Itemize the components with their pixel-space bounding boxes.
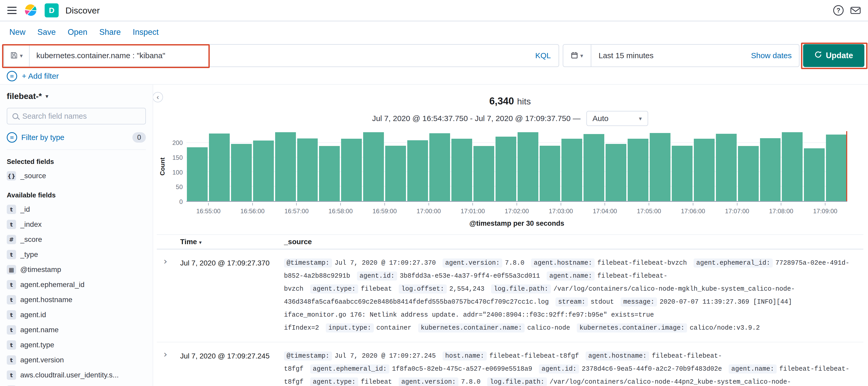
saved-query-button[interactable]: ▾ — [4, 45, 30, 66]
query-language-button[interactable]: KQL — [527, 51, 559, 60]
x-tick-label: 16:59:00 — [363, 203, 407, 215]
histogram-bar[interactable] — [518, 132, 538, 201]
histogram-bar[interactable] — [804, 148, 825, 201]
field-name: agent.ephemeral_id — [20, 280, 85, 289]
query-input[interactable] — [30, 51, 527, 60]
interval-select[interactable]: Auto ▾ — [586, 111, 648, 126]
save-button[interactable]: Save — [37, 28, 56, 37]
histogram-bar[interactable] — [452, 139, 472, 201]
histogram-bar[interactable] — [363, 132, 384, 201]
share-button[interactable]: Share — [99, 28, 121, 37]
y-axis-label: Count — [157, 131, 168, 202]
discover-toolbar: New Save Open Share Inspect — [0, 21, 868, 43]
histogram-bar[interactable] — [209, 133, 230, 201]
histogram-bar[interactable] — [760, 138, 781, 201]
inspect-button[interactable]: Inspect — [133, 28, 159, 37]
source-column-header: _source — [284, 238, 858, 246]
time-range-value[interactable]: Last 15 minutes — [591, 51, 751, 60]
help-icon[interactable]: ? — [833, 5, 844, 16]
histogram-bar[interactable] — [738, 146, 759, 201]
show-dates-link[interactable]: Show dates — [751, 51, 799, 60]
text-field-icon: t — [7, 325, 16, 334]
field-item-agent.version[interactable]: tagent.version — [7, 353, 146, 367]
field-item-aws.cloudtrail.user_identity.s...[interactable]: taws.cloudtrail.user_identity.s... — [7, 367, 146, 383]
histogram-bar[interactable] — [716, 134, 737, 201]
histogram-bar[interactable] — [606, 144, 626, 201]
expand-row-button[interactable]: › — [163, 257, 180, 334]
field-value-pair: kubernetes.container.image:calico/node:v… — [577, 324, 760, 332]
histogram-bar[interactable] — [694, 139, 715, 201]
selected-fields-list: {}_source — [7, 168, 146, 183]
index-pattern-select[interactable]: filebeat-* ▾ — [7, 91, 146, 101]
field-name: @timestamp — [20, 265, 61, 274]
x-tick-label: 17:00:00 — [407, 203, 451, 215]
field-item-agent.ephemeral_id[interactable]: tagent.ephemeral_id — [7, 277, 146, 292]
filter-by-type[interactable]: ≡ Filter by type 0 — [7, 132, 146, 150]
x-tick-label: 17:08:00 — [759, 203, 803, 215]
histogram-bar[interactable] — [253, 141, 274, 201]
time-column-header[interactable]: Time▾ — [180, 238, 284, 246]
histogram-bar[interactable] — [496, 137, 516, 201]
field-chip: agent.type: — [310, 378, 358, 386]
sort-desc-icon: ▾ — [199, 239, 202, 245]
histogram-bar[interactable] — [319, 146, 340, 201]
field-value-pair: kubernetes.container.name:calico-node — [418, 324, 570, 332]
histogram-bar[interactable] — [473, 146, 494, 201]
histogram-bar[interactable] — [385, 146, 406, 201]
results-panel: ‹ 6,340hits Jul 7, 2020 @ 16:54:37.750 -… — [153, 85, 868, 386]
field-item-_score[interactable]: #_score — [7, 232, 146, 247]
space-avatar[interactable]: D — [44, 3, 59, 18]
field-chip: message: — [621, 297, 657, 306]
date-field-icon: ▦ — [7, 265, 16, 274]
field-chip: agent.hostname: — [531, 259, 595, 268]
histogram-bar[interactable] — [407, 140, 428, 201]
expand-row-button[interactable]: › — [163, 350, 180, 386]
histogram-bar[interactable] — [782, 132, 803, 201]
field-chip: @timestamp: — [284, 259, 332, 268]
histogram-bar[interactable] — [231, 144, 252, 201]
new-button[interactable]: New — [9, 28, 25, 37]
chevron-down-icon: ▾ — [45, 93, 48, 99]
histogram-bar[interactable] — [187, 147, 208, 201]
calendar-button[interactable]: ▾ — [563, 45, 591, 66]
source-field-icon: {} — [7, 171, 16, 181]
open-button[interactable]: Open — [68, 28, 88, 37]
field-item-agent.id[interactable]: tagent.id — [7, 307, 146, 322]
histogram-bar[interactable] — [540, 146, 560, 201]
add-filter-link[interactable]: + Add filter — [22, 72, 59, 81]
histogram-bar[interactable] — [672, 146, 692, 201]
field-item-_id[interactable]: t_id — [7, 202, 146, 217]
update-button[interactable]: Update — [803, 44, 864, 67]
histogram-bar[interactable] — [584, 134, 604, 201]
field-search-input[interactable] — [22, 112, 140, 121]
field-item-@timestamp[interactable]: ▦@timestamp — [7, 262, 146, 277]
field-item-_type[interactable]: t_type — [7, 247, 146, 262]
histogram-bar[interactable] — [429, 133, 450, 201]
histogram-bar[interactable] — [275, 132, 296, 201]
histogram-bar[interactable] — [341, 139, 362, 201]
histogram-bar[interactable] — [826, 135, 847, 201]
field-value-pair: agent.version:7.8.0 — [442, 259, 524, 267]
field-item-_index[interactable]: t_index — [7, 217, 146, 232]
newsfeed-icon[interactable] — [850, 6, 861, 14]
plot-area — [186, 131, 847, 202]
field-chip: log.file.path: — [487, 378, 547, 386]
histogram-bar[interactable] — [650, 133, 671, 201]
field-chip: agent.hostname: — [586, 352, 649, 360]
filter-icon[interactable]: ≡ — [7, 71, 17, 81]
current-time-marker — [846, 131, 847, 201]
field-search — [7, 108, 146, 124]
field-item-agent.type[interactable]: tagent.type — [7, 337, 146, 353]
histogram-bar[interactable] — [561, 139, 582, 201]
histogram-bar[interactable] — [297, 139, 318, 201]
field-item-agent.hostname[interactable]: tagent.hostname — [7, 292, 146, 307]
field-item-_source[interactable]: {}_source — [7, 168, 146, 183]
hits-count: 6,340 — [489, 96, 514, 107]
histogram-bar[interactable] — [628, 139, 648, 201]
x-tick-label: 17:03:00 — [539, 203, 583, 215]
field-item-agent.name[interactable]: tagent.name — [7, 322, 146, 337]
field-name: _score — [20, 235, 42, 244]
elastic-logo[interactable] — [23, 3, 38, 18]
field-item-azure.auditlogs.properties.ac...[interactable]: tazure.auditlogs.properties.ac... — [7, 383, 146, 386]
menu-icon[interactable] — [7, 7, 17, 14]
